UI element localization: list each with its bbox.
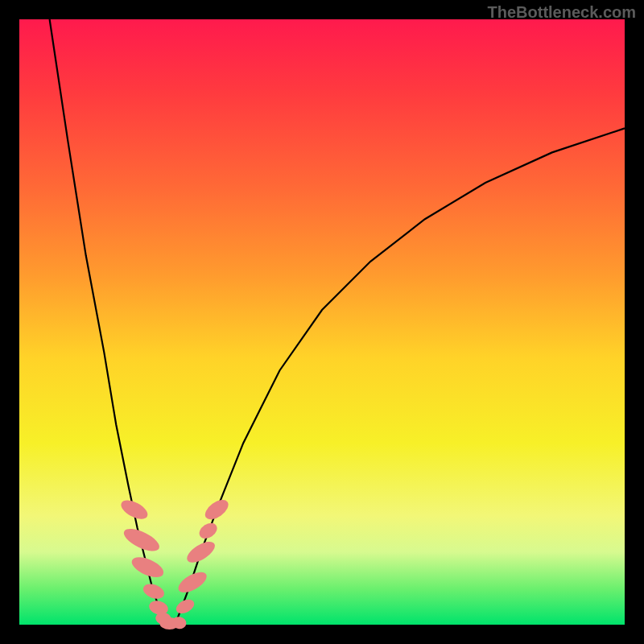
bead <box>202 496 232 523</box>
curve-layer <box>19 19 625 625</box>
bead <box>118 497 151 523</box>
bead <box>184 538 218 567</box>
bead <box>141 581 166 601</box>
bead <box>196 520 220 542</box>
bead-markers <box>118 496 232 630</box>
bead <box>121 524 163 555</box>
left-branch-curve <box>50 19 167 625</box>
outer-frame: TheBottleneck.com <box>0 0 644 644</box>
bead <box>175 568 210 597</box>
bead <box>129 553 167 581</box>
right-branch-curve <box>175 128 625 625</box>
